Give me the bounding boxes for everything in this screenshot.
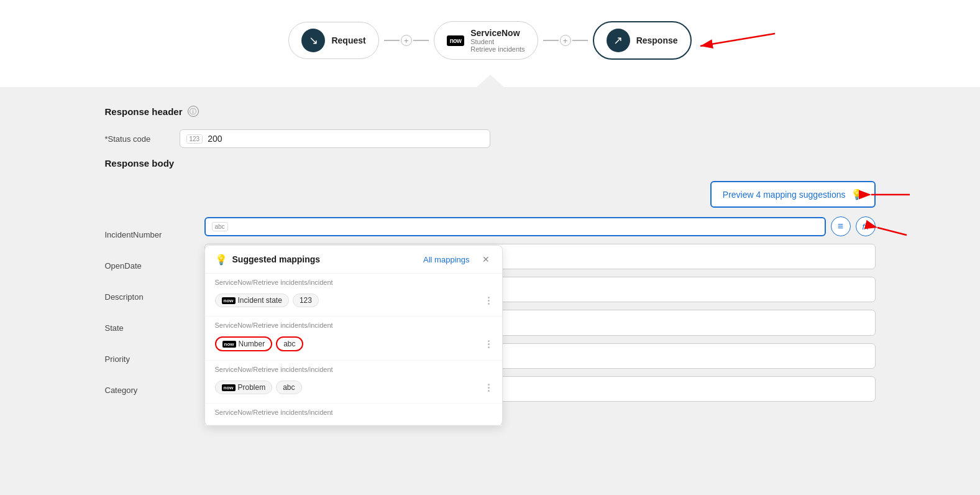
mappings-title: Suggested mappings (232, 254, 321, 264)
request-icon: ↘ (301, 29, 325, 52)
mapping-options-2[interactable] (485, 338, 492, 351)
mappings-dropdown: 💡 Suggested mappings All mappings ✕ (204, 245, 503, 426)
data-source-button[interactable]: ≡ (831, 216, 851, 236)
preview-suggestions-row: Preview 4 mapping suggestions 💡 (105, 181, 876, 208)
mapping-type-tag-1: 123 (293, 294, 319, 307)
bulb-icon: 💡 (851, 188, 863, 200)
tag-text-1: Incident state (238, 296, 282, 305)
formula-button[interactable]: fx (856, 216, 876, 236)
fields-container: IncidentNumber OpenDate Descripton State… (105, 216, 876, 402)
mappings-bulb-icon: 💡 (215, 254, 227, 266)
add-step-2[interactable]: + (560, 35, 571, 46)
incident-number-field-wrapper: abc ≡ fx (204, 216, 876, 236)
tag-text-3: Problem (238, 383, 266, 392)
status-code-value: 200 (208, 134, 222, 144)
red-arrow-response (694, 15, 781, 52)
servicenow-node[interactable]: now ServiceNow Student Retrieve incident… (434, 21, 538, 60)
type-text-2: abc (283, 340, 295, 348)
response-body-header: Response body (105, 158, 876, 169)
mapping-type-tag-2: abc (276, 336, 303, 351)
connector-1: + (379, 35, 434, 46)
open-date-label: OpenDate (105, 254, 192, 277)
response-body-section: Response body Preview 4 mapping suggesti… (105, 158, 876, 402)
mapping-options-3[interactable] (485, 381, 492, 394)
svg-line-5 (877, 228, 907, 235)
priority-label: Priority (105, 347, 192, 371)
response-header-section: Response header ⓘ (105, 106, 876, 117)
now-logo-2: now (222, 341, 236, 348)
state-label: State (105, 316, 192, 340)
response-label: Response (636, 35, 678, 45)
mapping-source-2: ServiceNow/Retrieve incidents/incident (215, 322, 492, 329)
response-header-info[interactable]: ⓘ (188, 106, 199, 117)
all-mappings-link[interactable]: All mappings (423, 255, 469, 264)
tag-text-2: Number (239, 340, 265, 348)
incident-number-label: IncidentNumber (105, 223, 192, 246)
request-node[interactable]: ↘ Request (288, 22, 378, 59)
mapping-type-tag-3: abc (276, 381, 301, 394)
response-header-title: Response header (105, 106, 183, 117)
add-step-1[interactable]: + (401, 35, 412, 46)
incident-number-input[interactable]: abc (204, 217, 826, 236)
preview-suggestions-label: Preview 4 mapping suggestions (723, 190, 846, 200)
mapping-group-2: ServiceNow/Retrieve incidents/incident n… (205, 317, 502, 361)
status-code-input-wrapper[interactable]: 123 200 (180, 129, 490, 148)
servicenow-logo: now (447, 35, 465, 46)
status-code-row: *Status code 123 200 (105, 129, 876, 148)
mapping-tags-3: now Problem abc (215, 381, 302, 394)
incident-number-row: abc ≡ fx (204, 216, 876, 236)
response-node-wrapper: ↗ Response (593, 21, 692, 60)
pipeline-container: ↘ Request + now ServiceNow Student Retri… (0, 21, 980, 60)
mappings-title-group: 💡 Suggested mappings (215, 254, 321, 266)
response-body-title: Response body (105, 158, 175, 169)
field-labels: IncidentNumber OpenDate Descripton State… (105, 216, 192, 402)
mapping-item-3[interactable]: now Problem abc (215, 377, 492, 398)
connector-2: + (538, 35, 593, 46)
mapping-item-1[interactable]: now Incident state 123 (215, 290, 492, 311)
mapping-source-1: ServiceNow/Retrieve incidents/incident (215, 279, 492, 286)
mapping-tag-incident-state: now Incident state (215, 294, 289, 307)
request-label: Request (331, 35, 365, 45)
type-text-1: 123 (300, 296, 312, 305)
servicenow-subtitle1: Student (470, 38, 524, 45)
mapping-tags-2: now Number abc (215, 336, 303, 351)
panel-area: Response header ⓘ *Status code 123 200 R… (0, 87, 980, 420)
servicenow-text: ServiceNow Student Retrieve incidents (470, 28, 524, 53)
now-logo-1: now (222, 297, 236, 304)
category-label: Category (105, 378, 192, 402)
close-mappings-button[interactable]: ✕ (480, 253, 492, 266)
status-code-label: *Status code (105, 134, 167, 144)
type-text-3: abc (283, 383, 295, 392)
mapping-group-4: ServiceNow/Retrieve incidents/incident (205, 404, 502, 425)
svg-line-1 (700, 34, 775, 46)
mapping-source-3: ServiceNow/Retrieve incidents/incident (215, 366, 492, 373)
servicenow-title: ServiceNow (470, 28, 524, 38)
servicenow-subtitle2: Retrieve incidents (470, 45, 524, 53)
mapping-group-3: ServiceNow/Retrieve incidents/incident n… (205, 361, 502, 404)
mappings-header: 💡 Suggested mappings All mappings ✕ (205, 246, 502, 274)
status-code-type: 123 (186, 134, 203, 144)
response-icon: ↗ (607, 29, 630, 52)
mapping-options-1[interactable] (485, 294, 492, 307)
mapping-tag-number: now Number (215, 336, 273, 351)
mapping-tag-problem: now Problem (215, 381, 273, 394)
now-logo-3: now (222, 384, 236, 391)
mapping-group-1: ServiceNow/Retrieve incidents/incident n… (205, 274, 502, 317)
preview-suggestions-button[interactable]: Preview 4 mapping suggestions 💡 (710, 181, 876, 208)
section-divider (477, 75, 504, 87)
mapping-item-2[interactable]: now Number abc (215, 333, 492, 355)
response-node[interactable]: ↗ Response (593, 21, 692, 60)
incident-number-text-input[interactable] (233, 222, 818, 231)
red-arrow-fx (872, 216, 910, 241)
mapping-source-4: ServiceNow/Retrieve incidents/incident (215, 409, 492, 416)
description-label: Descripton (105, 285, 192, 308)
mapping-tags-1: now Incident state 123 (215, 294, 319, 307)
incident-type-badge: abc (212, 222, 228, 231)
fields-inputs: abc ≡ fx (204, 216, 876, 402)
